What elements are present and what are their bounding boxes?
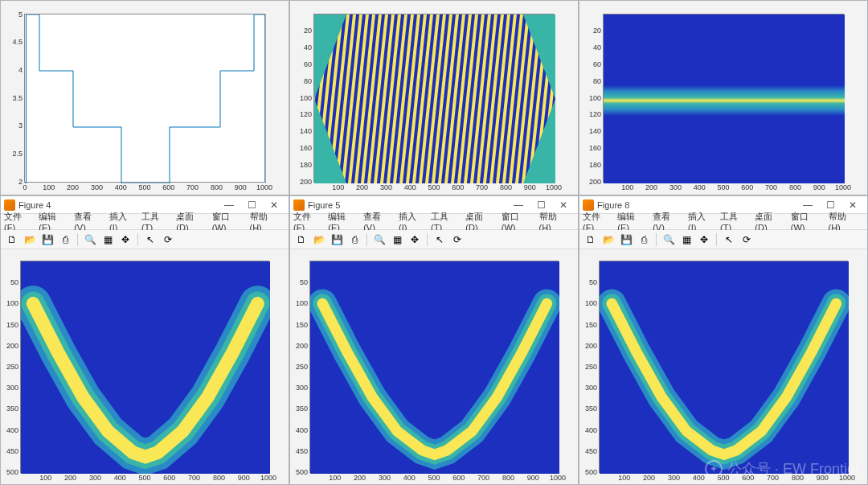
close-button[interactable]: ✕ xyxy=(263,198,285,212)
zoom-in-icon[interactable]: 🔍 xyxy=(82,232,98,248)
menu-item[interactable]: 桌面(D) xyxy=(755,211,782,232)
data-cursor-icon[interactable]: ▦ xyxy=(678,232,694,248)
menu-bar: 文件(F)编辑(E)查看(V)插入(I)工具(T)桌面(D)窗口(W)帮助(H) xyxy=(579,214,867,230)
open-icon[interactable]: 📂 xyxy=(22,232,38,248)
window-title: Figure 8 xyxy=(597,200,629,210)
data-cursor-icon[interactable]: ▦ xyxy=(389,232,405,248)
pan-icon[interactable]: ✥ xyxy=(696,232,712,248)
menu-item[interactable]: 查看(V) xyxy=(653,211,680,232)
menu-item[interactable]: 桌面(D) xyxy=(176,211,203,232)
menu-item[interactable]: 编辑(E) xyxy=(617,211,645,232)
menu-item[interactable]: 帮助(H) xyxy=(250,211,277,232)
line-axes[interactable]: 0100200300400500600700800900100022.533.5… xyxy=(24,14,265,183)
maximize-button[interactable]: ☐ xyxy=(819,198,841,212)
data-cursor-icon[interactable]: ▦ xyxy=(100,232,116,248)
band-heatmap[interactable]: 1002003004005006007008009001000204060801… xyxy=(603,14,844,183)
x-tick-label: 900 xyxy=(817,472,829,482)
maximize-button[interactable]: ☐ xyxy=(240,198,263,212)
x-tick-label: 100 xyxy=(621,182,633,191)
x-tick-label: 300 xyxy=(379,472,391,482)
menu-item[interactable]: 工具(T) xyxy=(141,211,168,232)
menu-item[interactable]: 查看(V) xyxy=(363,211,391,232)
pointer-icon[interactable]: ↖ xyxy=(142,232,158,248)
new-file-icon[interactable]: 🗋 xyxy=(4,232,20,248)
minimize-button[interactable]: — xyxy=(507,198,530,212)
menu-item[interactable]: 窗口(W) xyxy=(791,211,821,232)
x-tick-label: 800 xyxy=(502,472,514,482)
minimize-button[interactable]: — xyxy=(218,198,240,212)
menu-item[interactable]: 编辑(E) xyxy=(39,211,66,232)
x-tick-label: 600 xyxy=(452,182,464,191)
print-icon[interactable]: ⎙ xyxy=(636,232,652,248)
open-icon[interactable]: 📂 xyxy=(600,232,616,248)
y-tick-label: 150 xyxy=(6,321,21,329)
print-icon[interactable]: ⎙ xyxy=(346,232,362,248)
y-tick-label: 40 xyxy=(593,43,604,51)
menu-item[interactable]: 查看(V) xyxy=(74,211,101,232)
pan-icon[interactable]: ✥ xyxy=(407,232,423,248)
y-tick-label: 300 xyxy=(585,384,600,392)
x-tick-label: 100 xyxy=(332,182,344,191)
figure-window-4: Figure 4 — ☐ ✕文件(F)编辑(E)查看(V)插入(I)工具(T)桌… xyxy=(0,195,289,485)
u-curve-heatmap[interactable]: 1002003004005006007008009001000501001502… xyxy=(309,261,559,473)
menu-bar: 文件(F)编辑(E)查看(V)插入(I)工具(T)桌面(D)窗口(W)帮助(H) xyxy=(1,214,289,230)
zoom-in-icon[interactable]: 🔍 xyxy=(661,232,677,248)
x-tick-label: 300 xyxy=(380,182,392,191)
x-tick-label: 400 xyxy=(403,472,416,482)
u-curve-heatmap[interactable]: 1002003004005006007008009001000501001502… xyxy=(20,261,269,473)
close-button[interactable]: ✕ xyxy=(552,198,575,212)
close-button[interactable]: ✕ xyxy=(841,198,864,212)
save-icon[interactable]: 💾 xyxy=(618,232,634,248)
fringe-heatmap[interactable]: 1002003004005006007008009001000204060801… xyxy=(313,14,555,183)
save-icon[interactable]: 💾 xyxy=(39,232,55,248)
menu-item[interactable]: 文件(F) xyxy=(293,211,320,232)
top-plot-3: 1002003004005006007008009001000204060801… xyxy=(579,0,868,195)
menu-item[interactable]: 窗口(W) xyxy=(212,211,242,232)
menu-item[interactable]: 帮助(H) xyxy=(539,211,567,232)
pan-icon[interactable]: ✥ xyxy=(117,232,133,248)
menu-item[interactable]: 工具(T) xyxy=(431,211,457,232)
window-title: Figure 5 xyxy=(308,200,340,210)
new-file-icon[interactable]: 🗋 xyxy=(293,232,309,248)
menu-item[interactable]: 插入(I) xyxy=(688,211,712,232)
svg-rect-2 xyxy=(314,14,555,183)
new-file-icon[interactable]: 🗋 xyxy=(583,232,599,248)
menu-item[interactable]: 窗口(W) xyxy=(502,211,531,232)
save-icon[interactable]: 💾 xyxy=(329,232,345,248)
plot-area: 0100200300400500600700800900100022.533.5… xyxy=(1,1,289,195)
menu-item[interactable]: 文件(F) xyxy=(583,211,609,232)
open-icon[interactable]: 📂 xyxy=(311,232,327,248)
u-curve-heatmap[interactable]: 1002003004005006007008009001000501001502… xyxy=(599,261,848,473)
app-icon xyxy=(4,199,15,211)
pointer-icon[interactable]: ↖ xyxy=(721,232,737,248)
x-tick-label: 200 xyxy=(67,182,79,191)
x-tick-label: 200 xyxy=(645,182,657,191)
menu-item[interactable]: 帮助(H) xyxy=(829,211,856,232)
rotate-icon[interactable]: ⟳ xyxy=(449,232,465,248)
maximize-button[interactable]: ☐ xyxy=(530,198,552,212)
menu-item[interactable]: 插入(I) xyxy=(109,211,133,232)
x-tick-label: 100 xyxy=(618,472,630,482)
zoom-in-icon[interactable]: 🔍 xyxy=(371,232,387,248)
pointer-icon[interactable]: ↖ xyxy=(432,232,448,248)
x-tick-label: 200 xyxy=(356,182,368,191)
print-icon[interactable]: ⎙ xyxy=(57,232,73,248)
menu-item[interactable]: 编辑(E) xyxy=(328,211,355,232)
rotate-icon[interactable]: ⟳ xyxy=(739,232,755,248)
menu-item[interactable]: 工具(T) xyxy=(720,211,747,232)
x-tick-label: 400 xyxy=(115,182,127,191)
y-tick-label: 450 xyxy=(585,447,600,455)
svg-rect-8 xyxy=(604,85,845,116)
x-tick-label: 700 xyxy=(476,182,488,191)
y-tick-label: 500 xyxy=(585,468,600,476)
x-tick-label: 900 xyxy=(524,182,536,191)
x-tick-label: 800 xyxy=(792,472,804,482)
y-tick-label: 200 xyxy=(589,178,604,186)
menu-item[interactable]: 插入(I) xyxy=(399,211,423,232)
minimize-button[interactable]: — xyxy=(796,198,819,212)
menu-item[interactable]: 文件(F) xyxy=(4,211,31,232)
menu-item[interactable]: 桌面(D) xyxy=(465,211,493,232)
y-tick-label: 20 xyxy=(304,27,314,35)
rotate-icon[interactable]: ⟳ xyxy=(160,232,176,248)
app-icon xyxy=(293,199,305,211)
